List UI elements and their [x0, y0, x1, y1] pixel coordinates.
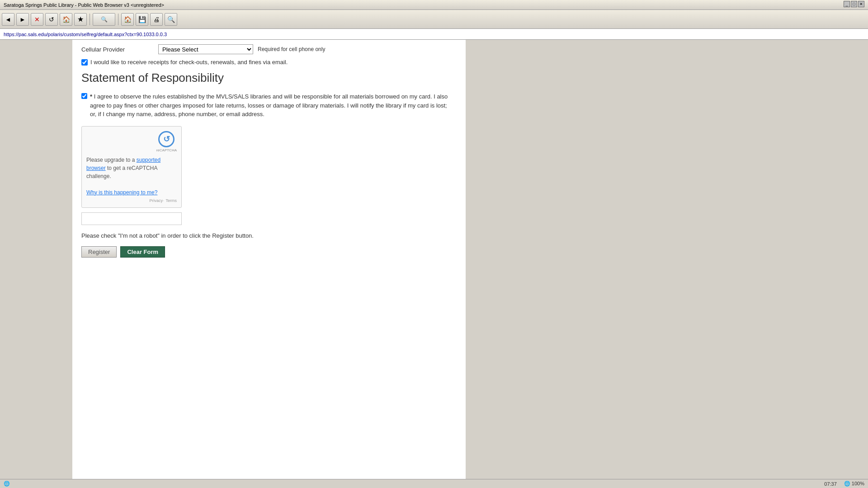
status-globe-icon: 🌐	[4, 481, 10, 486]
cellular-provider-row: Cellular Provider Please Select AT&T Ver…	[81, 44, 452, 54]
page-wrapper: Cellular Provider Please Select AT&T Ver…	[0, 40, 868, 487]
left-sidebar	[0, 40, 72, 487]
stop-button[interactable]: ✕	[31, 13, 43, 26]
recaptcha-privacy-link[interactable]: Privacy	[149, 198, 163, 203]
captcha-input-box[interactable]	[81, 212, 182, 225]
statement-star: *	[90, 93, 94, 100]
navigate-button[interactable]: 🔍	[93, 13, 115, 26]
email-receipt-checkbox[interactable]	[81, 59, 88, 66]
url-display[interactable]: https://pac.sals.edu/polaris/custom/self…	[4, 32, 167, 37]
main-content: Cellular Provider Please Select AT&T Ver…	[72, 40, 466, 487]
cellular-provider-control: Please Select AT&T Verizon T-Mobile Spri…	[158, 44, 325, 54]
window-title: Saratoga Springs Public Library - Public…	[4, 2, 164, 8]
statement-heading: Statement of Responsibility	[81, 71, 452, 85]
forward-button[interactable]: ►	[16, 13, 29, 26]
toolbar: ◄ ► ✕ ↺ 🏠 ★ 🔍 🏠 💾 🖨 🔍	[0, 10, 868, 29]
recaptcha-separator: ·	[163, 198, 164, 203]
cellular-provider-label: Cellular Provider	[81, 46, 154, 53]
address-bar: https://pac.sals.edu/polaris/custom/self…	[0, 29, 868, 40]
refresh-button[interactable]: ↺	[45, 13, 58, 26]
right-sidebar	[466, 40, 868, 487]
window-controls: _ □ ✕	[844, 1, 864, 7]
statement-checkbox[interactable]	[81, 93, 87, 99]
form-section: Cellular Provider Please Select AT&T Ver…	[81, 40, 452, 271]
close-button[interactable]: ✕	[858, 1, 864, 7]
register-button[interactable]: Register	[81, 246, 117, 258]
email-receipt-row: I would like to receive receipts for che…	[81, 59, 452, 66]
recaptcha-label: reCAPTCHA	[156, 148, 177, 152]
recaptcha-icon: ↺	[158, 131, 175, 147]
email-receipt-label: I would like to receive receipts for che…	[90, 59, 288, 66]
statement-row: * I agree to observe the rules establish…	[81, 92, 452, 119]
cellular-required-note: Required for cell phone only	[258, 46, 325, 52]
recaptcha-widget: ↺ reCAPTCHA Please upgrade to a supporte…	[81, 126, 182, 208]
home2-button[interactable]: 🏠	[121, 13, 134, 26]
back-button[interactable]: ◄	[2, 13, 14, 26]
minimize-button[interactable]: _	[844, 1, 850, 7]
print-button[interactable]: 🖨	[150, 13, 163, 26]
recaptcha-footer: Privacy · Terms	[86, 198, 177, 203]
recaptcha-content: Please upgrade to a supported browser to…	[86, 156, 177, 197]
status-time: 07:37	[824, 481, 837, 487]
status-bar: 🌐 07:37 🌐 100%	[0, 479, 868, 488]
bookmarks-button[interactable]: ★	[74, 13, 87, 26]
cellular-provider-select[interactable]: Please Select AT&T Verizon T-Mobile Spri…	[158, 44, 253, 54]
status-zoom: 🌐 100%	[844, 481, 864, 487]
robot-check-message: Please check "I'm not a robot" in order …	[81, 232, 452, 239]
search-button[interactable]: 🔍	[165, 13, 177, 26]
recaptcha-why-link[interactable]: Why is this happening to me?	[86, 189, 157, 196]
button-row: Register Clear Form	[81, 246, 452, 258]
recaptcha-header: ↺ reCAPTCHA	[86, 131, 177, 152]
recaptcha-upgrade-text: Please upgrade to a	[86, 157, 137, 163]
title-bar: Saratoga Springs Public Library - Public…	[0, 0, 868, 10]
clear-form-button[interactable]: Clear Form	[120, 246, 165, 258]
save-button[interactable]: 💾	[136, 13, 148, 26]
recaptcha-logo: ↺ reCAPTCHA	[156, 131, 177, 152]
status-bar-left: 🌐	[4, 481, 817, 487]
toolbar-separator2	[118, 14, 118, 25]
recaptcha-terms-link[interactable]: Terms	[166, 198, 177, 203]
maximize-button[interactable]: □	[851, 1, 857, 7]
toolbar-separator	[90, 14, 90, 25]
statement-text: * I agree to observe the rules establish…	[90, 92, 452, 119]
home-button[interactable]: 🏠	[60, 13, 72, 26]
